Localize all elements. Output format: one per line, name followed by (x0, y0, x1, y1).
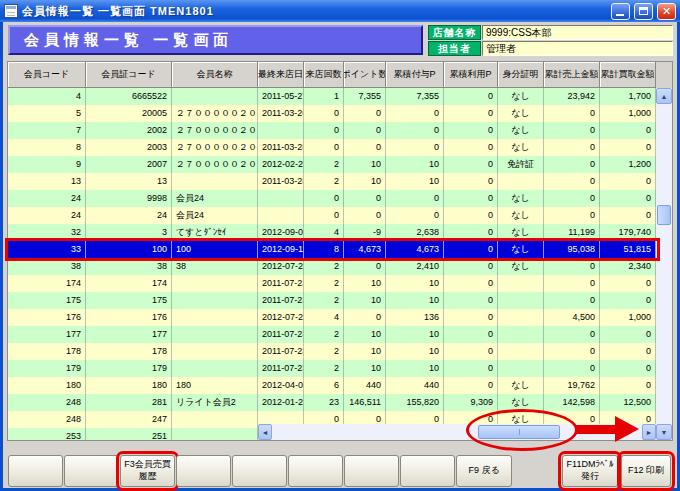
function-button-empty-2[interactable] (64, 455, 119, 487)
f9-back-button[interactable]: F9 戻る (456, 455, 512, 487)
table-cell (172, 275, 258, 292)
table-cell: 100 (86, 241, 172, 258)
table-cell: 0 (386, 105, 444, 122)
table-row[interactable]: 466655222011-05-2717,3557,3550なし23,9421,… (8, 88, 656, 105)
table-cell: 0 (544, 190, 600, 207)
table-cell: なし (498, 394, 544, 411)
table-row[interactable]: 249998会員240000なし00 (8, 190, 656, 207)
f3-member-sales-history-button[interactable]: F3会員売買 履歴 (120, 455, 175, 487)
minimize-button[interactable] (611, 3, 630, 20)
table-cell: 24 (86, 207, 172, 224)
f12-print-button[interactable]: F12 印刷 (621, 455, 671, 487)
table-cell: 0 (600, 139, 656, 156)
function-button-empty-5[interactable] (288, 455, 343, 487)
table-cell: 2007 (86, 156, 172, 173)
table-cell (498, 343, 544, 360)
table-cell: 2012-01-25 (258, 394, 304, 411)
maximize-button[interactable] (634, 3, 653, 20)
table-row[interactable]: 1761762012-07-234013604,5001,000 (8, 309, 656, 326)
table-cell: 0 (304, 207, 344, 224)
table-cell: 0 (444, 241, 498, 258)
table-cell: 2 (304, 173, 344, 190)
table-cell: 8 (8, 139, 86, 156)
table-cell: 0 (304, 122, 344, 139)
scroll-right-icon: ► (646, 429, 653, 436)
function-button-empty-6[interactable] (344, 455, 399, 487)
table-cell: 10 (344, 292, 386, 309)
table-cell: 1 (304, 88, 344, 105)
table-cell (498, 292, 544, 309)
table-cell: 176 (86, 309, 172, 326)
table-cell: 95,038 (544, 241, 600, 258)
horizontal-scrollbar[interactable]: ◄ ► (258, 424, 656, 440)
table-cell: 0 (544, 207, 600, 224)
table-cell: ２７０００００２００３６ (172, 139, 258, 156)
table-cell: 0 (600, 360, 656, 377)
horizontal-scroll-thumb[interactable] (478, 425, 560, 439)
table-cell: なし (498, 105, 544, 122)
table-cell: 0 (600, 207, 656, 224)
table-row[interactable]: 248281リライト会員22012-01-2523146,511155,8209… (8, 394, 656, 411)
app-window: 会員情報一覧 一覧画面 TMEN1801 ✕ 会員情報一覧 一覧画面 店舗名称 … (0, 0, 680, 491)
close-button[interactable]: ✕ (657, 3, 676, 20)
table-cell: 7 (8, 122, 86, 139)
function-button-empty-4[interactable] (232, 455, 287, 487)
member-table: 会員コード会員証コード会員名称最終来店日来店回数ポイント数累積付与P累積利用P身… (8, 62, 672, 440)
table-cell: 0 (344, 105, 386, 122)
scroll-right-button[interactable]: ► (642, 424, 656, 440)
table-row[interactable]: 520005２７０００００２０００５2011-03-260000なし01,000 (8, 105, 656, 122)
scroll-up-button[interactable]: ▲ (656, 88, 672, 104)
table-cell: 0 (344, 122, 386, 139)
table-row-selected[interactable]: 331001002012-09-1884,6734,6730なし95,03851… (8, 241, 656, 258)
scroll-left-button[interactable]: ◄ (258, 424, 272, 440)
table-cell: 23,942 (544, 88, 600, 105)
table-cell: なし (498, 377, 544, 394)
table-row[interactable]: 72002２７０００００２００２９0000なし00 (8, 122, 656, 139)
table-cell: 2012-07-23 (258, 258, 304, 275)
table-cell: 10 (386, 156, 444, 173)
table-row[interactable]: 323てすとﾀﾞﾝｾｲ2012-09-064-92,6380なし11,19917… (8, 224, 656, 241)
table-cell: なし (498, 88, 544, 105)
f11-dm-label-print-button[interactable]: F11DMﾗﾍﾞﾙ 発行 (562, 455, 618, 487)
vertical-scrollbar[interactable]: ▲ ▼ (656, 88, 672, 440)
table-cell: 10 (386, 343, 444, 360)
column-header: 累積付与P (386, 62, 444, 88)
table-cell (172, 360, 258, 377)
close-icon: ✕ (662, 6, 671, 17)
table-row[interactable]: 3838382012-07-23202,4100なし02,340 (8, 258, 656, 275)
table-cell: 175 (8, 292, 86, 309)
table-row[interactable]: 1771772011-07-2321010000 (8, 326, 656, 343)
table-cell: 10 (344, 360, 386, 377)
table-row[interactable]: 92007２７０００００２００７４2012-02-29210100免許証01,2… (8, 156, 656, 173)
table-cell: 10 (344, 173, 386, 190)
function-button-empty-3[interactable] (176, 455, 231, 487)
vertical-scroll-thumb[interactable] (657, 205, 671, 225)
table-row[interactable]: 2424会員240000なし00 (8, 207, 656, 224)
scroll-down-button[interactable]: ▼ (656, 424, 672, 440)
table-cell (498, 360, 544, 377)
table-cell: なし (498, 207, 544, 224)
table-cell: 174 (8, 275, 86, 292)
table-row[interactable]: 1741742011-07-2321010000 (8, 275, 656, 292)
table-row[interactable]: 82003２７０００００２００３６2011-03-280000なし00 (8, 139, 656, 156)
table-cell: 2011-07-23 (258, 292, 304, 309)
table-row[interactable]: 1781782011-07-2321010000 (8, 343, 656, 360)
table-cell: 0 (444, 190, 498, 207)
table-row[interactable]: 1751752011-07-2321010000 (8, 292, 656, 309)
table-row[interactable]: 1801801802012-04-0764404400なし19,7620 (8, 377, 656, 394)
table-cell: 0 (600, 292, 656, 309)
table-cell: 180 (86, 377, 172, 394)
table-cell: 24 (8, 207, 86, 224)
table-cell: 51,815 (600, 241, 656, 258)
page-title: 会員情報一覧 一覧画面 (24, 31, 233, 50)
table-cell: 0 (544, 156, 600, 173)
function-button-empty-1[interactable] (8, 455, 63, 487)
table-row[interactable]: 1791792011-07-2321010000 (8, 360, 656, 377)
table-row[interactable]: 13132011-03-2821010000 (8, 173, 656, 190)
table-cell: 9998 (86, 190, 172, 207)
table-cell: 2 (304, 156, 344, 173)
function-button-empty-7[interactable] (400, 455, 455, 487)
table-cell: 1,700 (600, 88, 656, 105)
table-cell: 0 (444, 122, 498, 139)
horizontal-scroll-track[interactable] (272, 424, 642, 440)
